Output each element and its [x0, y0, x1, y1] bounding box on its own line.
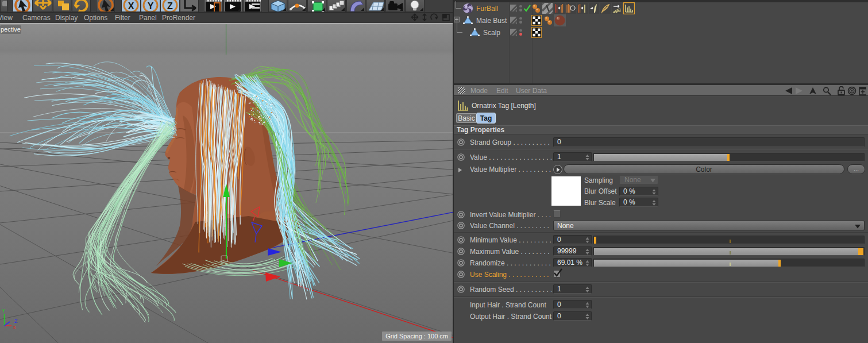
- svg-text:X: X: [13, 325, 16, 330]
- svg-text:Z: Z: [14, 318, 18, 324]
- svg-text:X: X: [128, 1, 134, 11]
- svg-text:Y: Y: [148, 1, 154, 11]
- svg-text:Y: Y: [2, 308, 5, 314]
- svg-text:Z: Z: [167, 1, 173, 11]
